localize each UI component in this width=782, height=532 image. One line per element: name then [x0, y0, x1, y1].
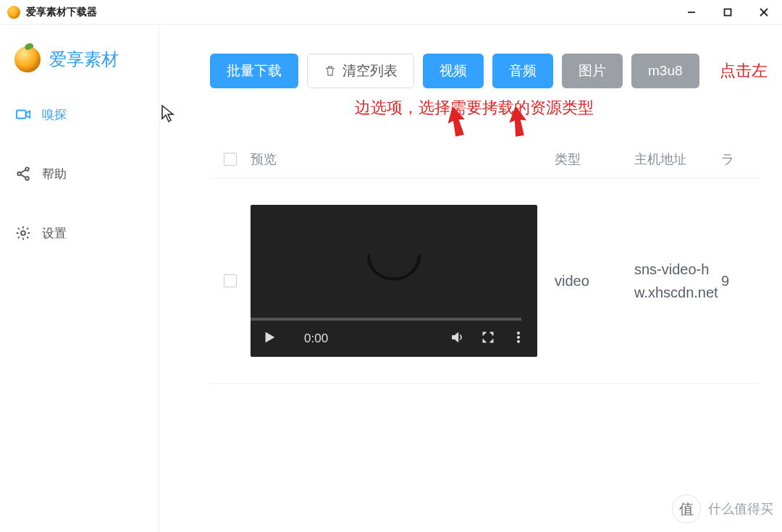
trash-icon [324, 64, 337, 77]
progress-bar[interactable] [251, 318, 521, 321]
svg-line-9 [20, 174, 25, 178]
sidebar-item-label: 设置 [42, 225, 67, 242]
hint-text-line1: 点击左 [720, 60, 768, 82]
clear-list-label: 清空列表 [342, 62, 398, 80]
row-checkbox[interactable] [224, 274, 237, 287]
brand-name: 爱享素材 [49, 48, 119, 71]
col-preview: 预览 [251, 151, 555, 168]
table-row[interactable]: 0:00 [210, 179, 760, 384]
row-host: sns-video-hw.xhscdn.net [634, 258, 721, 304]
close-button[interactable] [746, 0, 782, 25]
row-last: 9 [721, 273, 760, 290]
filter-m3u8-button[interactable]: m3u8 [631, 54, 699, 88]
sidebar-item-help[interactable]: 帮助 [0, 153, 159, 194]
svg-point-10 [21, 231, 25, 235]
sidebar-item-sniff[interactable]: 嗅探 [0, 94, 159, 135]
svg-line-8 [20, 170, 25, 174]
brand: 爱享素材 [0, 46, 159, 94]
main-layout: 爱享素材 嗅探 帮助 设置 批量下载 [0, 25, 782, 532]
player-time: 0:00 [304, 332, 328, 346]
batch-download-button[interactable]: 批量下载 [210, 54, 298, 88]
sidebar-item-settings[interactable]: 设置 [0, 213, 159, 253]
watermark: 值 什么值得买 [672, 494, 773, 523]
volume-icon[interactable] [450, 330, 465, 348]
maximize-button[interactable] [710, 0, 746, 25]
svg-point-13 [517, 340, 519, 342]
col-type: 类型 [555, 151, 634, 168]
row-type: video [555, 273, 634, 290]
sidebar: 爱享素材 嗅探 帮助 设置 [0, 25, 159, 532]
filter-image-button[interactable]: 图片 [562, 54, 623, 88]
table-header: 预览 类型 主机地址 ラ [210, 145, 760, 179]
brand-logo-icon [14, 46, 41, 72]
fullscreen-icon[interactable] [481, 330, 495, 348]
select-all-checkbox[interactable] [224, 153, 237, 166]
col-last: ラ [721, 151, 760, 168]
filter-audio-button[interactable]: 音频 [492, 54, 553, 88]
minimize-button[interactable] [673, 0, 710, 25]
filter-video-button[interactable]: 视频 [423, 54, 484, 88]
title-bar: 爱享素材下载器 [0, 0, 782, 25]
results-table: 预览 类型 主机地址 ラ [210, 145, 760, 384]
app-icon [7, 6, 20, 19]
svg-rect-1 [725, 9, 731, 15]
sidebar-item-label: 嗅探 [42, 106, 67, 123]
play-icon[interactable] [262, 330, 277, 348]
watermark-badge-icon: 值 [672, 494, 701, 523]
player-controls: 0:00 [251, 321, 537, 357]
share-icon [14, 165, 32, 182]
toolbar: 批量下载 清空列表 视频 音频 图片 m3u8 点击左 [210, 54, 760, 88]
content-area: 批量下载 清空列表 视频 音频 图片 m3u8 点击左 边选项，选择需要拷载的资… [159, 25, 782, 532]
watermark-text: 什么值得买 [708, 500, 773, 518]
svg-rect-4 [17, 111, 26, 119]
col-host: 主机地址 [634, 151, 721, 168]
svg-point-11 [517, 332, 519, 334]
gear-icon [14, 224, 32, 242]
video-preview[interactable]: 0:00 [251, 205, 537, 357]
hint-text-line2: 边选项，选择需要拷载的资源类型 [355, 97, 760, 119]
svg-point-12 [517, 336, 519, 338]
clear-list-button[interactable]: 清空列表 [307, 54, 414, 88]
sidebar-item-label: 帮助 [42, 166, 67, 182]
loading-spinner-icon [354, 242, 434, 296]
window-controls [673, 0, 782, 25]
window-title: 爱享素材下载器 [26, 6, 97, 19]
more-icon[interactable] [511, 330, 526, 348]
camera-icon [14, 106, 32, 123]
